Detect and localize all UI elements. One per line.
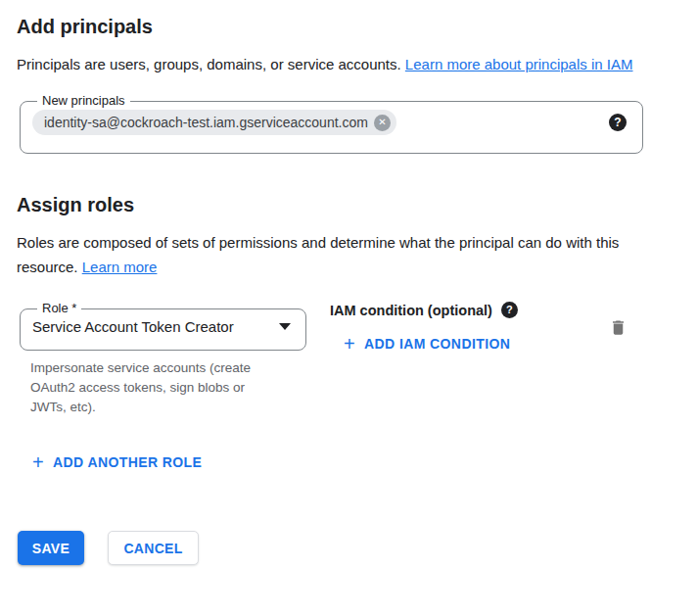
plus-icon: + <box>344 334 355 354</box>
add-another-role-button[interactable]: + ADD ANOTHER ROLE <box>32 452 202 472</box>
add-principals-description-text: Principals are users, groups, domains, o… <box>17 56 401 72</box>
role-column: Role * Service Account Token Creator Imp… <box>20 301 306 417</box>
add-iam-condition-label: ADD IAM CONDITION <box>364 336 510 352</box>
learn-more-principals-link[interactable]: Learn more about principals in IAM <box>405 56 633 72</box>
learn-more-roles-link[interactable]: Learn more <box>82 259 158 275</box>
role-select-label: Role * <box>37 301 81 316</box>
iam-condition-column: IAM condition (optional) ? + ADD IAM CON… <box>330 301 518 355</box>
new-principals-field[interactable]: New principals identity-sa@cockroach-tes… <box>20 93 643 154</box>
add-iam-condition-button[interactable]: + ADD IAM CONDITION <box>344 334 510 354</box>
add-principals-description: Principals are users, groups, domains, o… <box>17 52 643 76</box>
iam-condition-help-icon[interactable]: ? <box>501 302 518 318</box>
principal-chip-label: identity-sa@cockroach-test.iam.gservicea… <box>44 114 368 131</box>
add-principals-dialog: Add principals Principals are users, gro… <box>0 15 698 616</box>
chip-remove-icon[interactable]: ✕ <box>374 115 391 131</box>
role-select-value: Service Account Token Creator <box>32 318 234 335</box>
role-helper-text: Impersonate service accounts (create OAu… <box>30 358 275 417</box>
save-button[interactable]: SAVE <box>18 531 84 565</box>
add-principals-title: Add principals <box>17 15 698 38</box>
delete-role-button[interactable] <box>609 317 628 338</box>
principal-chip[interactable]: identity-sa@cockroach-test.iam.gservicea… <box>32 110 396 135</box>
iam-condition-label: IAM condition (optional) <box>330 303 492 318</box>
dialog-actions: SAVE CANCEL <box>18 531 698 565</box>
assign-roles-title: Assign roles <box>17 193 698 216</box>
new-principals-label: New principals <box>37 93 130 109</box>
chevron-down-icon <box>279 323 291 330</box>
new-principals-help-icon[interactable]: ? <box>609 114 627 131</box>
plus-icon: + <box>32 452 44 472</box>
trash-icon <box>609 317 628 338</box>
role-select[interactable]: Role * Service Account Token Creator <box>20 301 306 351</box>
role-assignment-row: Role * Service Account Token Creator Imp… <box>0 301 698 417</box>
cancel-button[interactable]: CANCEL <box>108 531 199 565</box>
assign-roles-description: Roles are composed of sets of permission… <box>17 230 643 279</box>
add-another-role-label: ADD ANOTHER ROLE <box>53 454 202 470</box>
